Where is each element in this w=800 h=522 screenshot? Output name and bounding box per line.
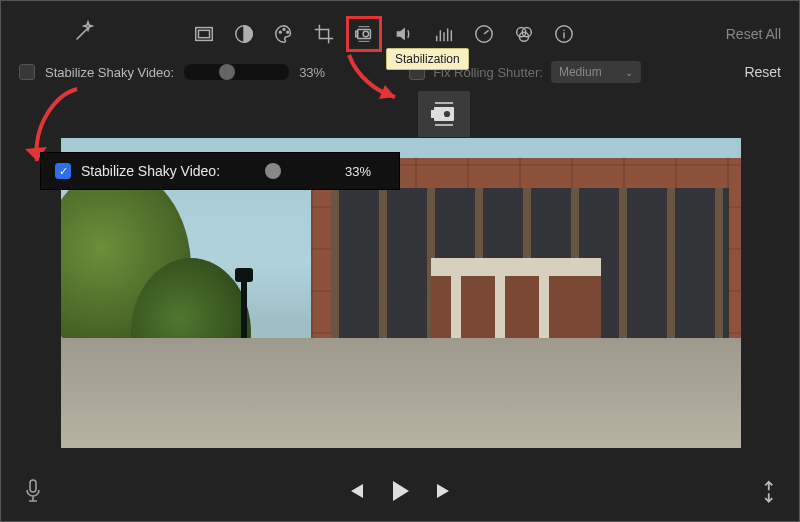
expand-icon[interactable] xyxy=(751,477,783,509)
rolling-value: Medium xyxy=(559,65,602,79)
svg-rect-1 xyxy=(199,30,210,37)
reset-all-button[interactable]: Reset All xyxy=(726,26,781,42)
stabilization-tooltip: Stabilization xyxy=(386,48,469,70)
svg-point-3 xyxy=(279,31,281,33)
stabilize-checkbox[interactable] xyxy=(19,64,35,80)
stabilize-checkbox-checked[interactable]: ✓ xyxy=(55,163,71,179)
contrast-icon[interactable] xyxy=(229,19,259,49)
reset-button[interactable]: Reset xyxy=(744,64,781,80)
equalizer-icon[interactable] xyxy=(429,19,459,49)
next-icon[interactable] xyxy=(435,481,455,505)
play-icon[interactable] xyxy=(387,478,413,508)
svg-marker-17 xyxy=(379,85,395,99)
svg-rect-7 xyxy=(356,31,358,37)
stabilize-slider[interactable] xyxy=(184,64,289,80)
stabilization-tile-icon xyxy=(418,91,470,137)
transport-bar xyxy=(1,465,799,521)
color-filter-icon[interactable] xyxy=(509,19,539,49)
svg-point-16 xyxy=(443,110,451,118)
speed-icon[interactable] xyxy=(469,19,499,49)
microphone-icon[interactable] xyxy=(23,478,43,508)
stabilize-popover-slider[interactable] xyxy=(230,163,335,179)
stabilize-percent: 33% xyxy=(299,65,339,80)
palette-icon[interactable] xyxy=(269,19,299,49)
stabilize-popover-label: Stabilize Shaky Video: xyxy=(81,163,220,179)
svg-point-8 xyxy=(363,31,369,37)
stabilize-label: Stabilize Shaky Video: xyxy=(45,65,174,80)
toolbar: Reset All xyxy=(1,17,799,51)
stabilize-popover-percent: 33% xyxy=(345,164,385,179)
svg-point-4 xyxy=(283,29,285,31)
stabilization-icon[interactable] xyxy=(349,19,379,49)
volume-icon[interactable] xyxy=(389,19,419,49)
toolbar-icons xyxy=(189,19,579,49)
svg-rect-19 xyxy=(30,480,36,492)
crop-icon[interactable] xyxy=(309,19,339,49)
info-icon[interactable] xyxy=(549,19,579,49)
stabilize-popover: ✓ Stabilize Shaky Video: 33% xyxy=(41,153,399,189)
svg-point-5 xyxy=(287,31,289,33)
frame-icon[interactable] xyxy=(189,19,219,49)
chevron-down-icon: ⌄ xyxy=(625,67,633,78)
svg-rect-15 xyxy=(431,110,434,118)
imovie-editor: Reset All Stabilize Shaky Video: 33% Fix… xyxy=(0,0,800,522)
previous-icon[interactable] xyxy=(345,481,365,505)
rolling-dropdown[interactable]: Medium ⌄ xyxy=(551,61,641,83)
